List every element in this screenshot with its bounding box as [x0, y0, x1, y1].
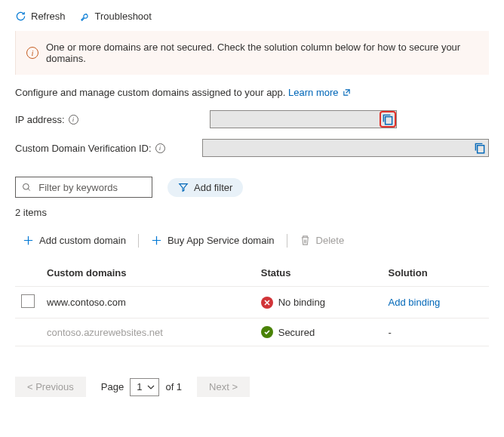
info-icon: i	[26, 47, 38, 59]
troubleshoot-label: Troubleshoot	[95, 11, 152, 22]
domain-cell: www.contoso.com	[41, 287, 255, 319]
copy-ip-button[interactable]	[381, 112, 395, 126]
verification-id-label: Custom Domain Verification ID: i	[15, 143, 196, 154]
external-link-icon	[343, 88, 351, 97]
search-icon	[22, 182, 31, 192]
plus-icon	[23, 235, 34, 246]
warning-banner: i One or more domains are not secured. C…	[15, 31, 489, 75]
svg-rect-1	[478, 146, 484, 153]
status-cell: Secured	[255, 319, 383, 346]
intro-text-row: Configure and manage custom domains assi…	[15, 87, 489, 98]
column-checkbox	[15, 260, 41, 287]
refresh-label: Refresh	[31, 11, 66, 22]
check-icon	[261, 326, 273, 338]
intro-text: Configure and manage custom domains assi…	[15, 87, 288, 98]
table-row[interactable]: contoso.azurewebsites.netSecured-	[15, 319, 489, 346]
learn-more-link[interactable]: Learn more	[288, 87, 351, 98]
refresh-icon	[15, 11, 26, 22]
ip-address-input[interactable]	[210, 110, 397, 128]
solution-cell[interactable]: Add binding	[383, 287, 489, 319]
trash-icon	[300, 235, 311, 246]
previous-button: < Previous	[15, 377, 86, 397]
info-icon[interactable]: i	[69, 115, 78, 125]
separator	[287, 234, 287, 248]
ip-address-label: IP address: i	[15, 114, 204, 125]
add-filter-label: Add filter	[194, 182, 232, 193]
add-filter-button[interactable]: Add filter	[167, 178, 243, 197]
item-count: 2 items	[15, 207, 489, 218]
column-domain[interactable]: Custom domains	[41, 260, 255, 287]
row-checkbox[interactable]	[21, 294, 35, 308]
search-box[interactable]	[15, 177, 152, 198]
error-icon	[261, 297, 273, 309]
filter-icon	[178, 182, 189, 192]
refresh-button[interactable]: Refresh	[15, 9, 66, 23]
wrench-icon	[79, 11, 91, 22]
info-icon[interactable]: i	[155, 143, 165, 153]
table-row[interactable]: www.contoso.comNo bindingAdd binding	[15, 287, 489, 319]
page-select[interactable]: 1	[130, 378, 159, 396]
domains-table: Custom domains Status Solution www.conto…	[15, 260, 489, 346]
delete-button: Delete	[292, 232, 352, 249]
copy-verification-id-button[interactable]	[473, 141, 487, 155]
copy-icon	[381, 112, 395, 126]
page-label: Page	[101, 381, 124, 392]
buy-domain-button[interactable]: Buy App Service domain	[143, 232, 282, 249]
troubleshoot-button[interactable]: Troubleshoot	[79, 9, 152, 23]
copy-icon	[473, 141, 487, 155]
column-solution[interactable]: Solution	[383, 260, 489, 287]
search-input[interactable]	[37, 181, 146, 194]
status-cell: No binding	[255, 287, 383, 319]
banner-message: One or more domains are not secured. Che…	[46, 42, 478, 64]
svg-point-2	[23, 183, 29, 189]
domain-cell: contoso.azurewebsites.net	[41, 319, 255, 346]
add-custom-domain-button[interactable]: Add custom domain	[15, 232, 134, 249]
verification-id-input[interactable]	[202, 139, 489, 157]
chevron-down-icon	[147, 383, 155, 391]
plus-icon	[151, 235, 162, 246]
solution-cell: -	[383, 319, 489, 346]
page-of: of 1	[165, 381, 182, 392]
column-status[interactable]: Status	[255, 260, 383, 287]
svg-rect-0	[386, 117, 392, 125]
next-button: Next >	[197, 377, 250, 397]
separator	[138, 234, 139, 248]
